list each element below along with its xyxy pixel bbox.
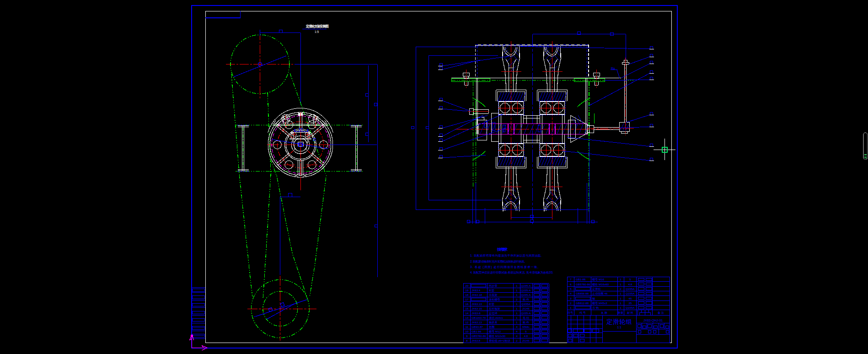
svg-text:4: 4 bbox=[516, 330, 518, 333]
svg-text:定位环: 定位环 bbox=[489, 311, 498, 315]
svg-text:1: 1 bbox=[516, 284, 518, 287]
svg-text:1: 1 bbox=[516, 289, 518, 292]
svg-text:名 称: 名 称 bbox=[601, 311, 608, 315]
svg-text:4: 4 bbox=[516, 325, 518, 328]
svg-text:4. 装配完毕后应进行空载试验.各部运转灵活, 无卡滞现象为: 4. 装配完毕后应进行空载试验.各部运转灵活, 无卡滞现象为合格2/3. bbox=[470, 271, 553, 274]
svg-text:轴: 轴 bbox=[592, 297, 595, 300]
svg-text:9: 9 bbox=[466, 334, 468, 338]
svg-text:Q235A: Q235A bbox=[626, 292, 635, 295]
svg-text:1: 1 bbox=[620, 297, 622, 300]
svg-text:GB93-87: GB93-87 bbox=[472, 325, 483, 328]
svg-text:8: 8 bbox=[466, 339, 468, 342]
svg-text:3: 3 bbox=[570, 297, 572, 300]
svg-text:2: 2 bbox=[570, 301, 572, 305]
svg-text:45: 45 bbox=[629, 297, 632, 300]
svg-text:序号: 序号 bbox=[568, 311, 573, 314]
svg-text:Q235-A: Q235-A bbox=[521, 289, 531, 292]
svg-text:Q235A: Q235A bbox=[521, 302, 530, 306]
svg-text:1: 1 bbox=[516, 321, 518, 324]
svg-text:12: 12 bbox=[466, 321, 469, 324]
svg-text:螺母 M16: 螺母 M16 bbox=[592, 278, 605, 281]
svg-text:5: 5 bbox=[629, 278, 631, 281]
svg-text:衬套: 衬套 bbox=[489, 289, 494, 292]
svg-text:螺母 M45x3: 螺母 M45x3 bbox=[592, 301, 607, 305]
svg-text:Q235A: Q235A bbox=[626, 287, 635, 290]
svg-text:GB812-88: GB812-88 bbox=[576, 301, 589, 305]
svg-text:滑轮组 d6=1制动: 滑轮组 d6=1制动 bbox=[489, 339, 510, 343]
svg-text:Q235-A: Q235-A bbox=[521, 311, 531, 315]
svg-text:油粘螺母: 油粘螺母 bbox=[489, 298, 500, 301]
svg-text:16: 16 bbox=[466, 302, 469, 306]
svg-text:螺栓 M16x60: 螺栓 M16x60 bbox=[592, 283, 609, 286]
svg-text:技术要求: 技术要求 bbox=[497, 247, 508, 252]
svg-text:11: 11 bbox=[466, 325, 469, 328]
svg-text:ZG45: ZG45 bbox=[522, 339, 530, 342]
svg-text:4: 4 bbox=[570, 292, 572, 295]
svg-text:JX63-QHJ-01: JX63-QHJ-01 bbox=[643, 319, 663, 322]
svg-text:10: 10 bbox=[466, 330, 469, 333]
svg-text:1: 1 bbox=[620, 306, 622, 309]
svg-text:17: 17 bbox=[466, 298, 469, 301]
svg-text:油毡 d10x1: 油毡 d10x1 bbox=[489, 316, 504, 320]
svg-text:3. 各处 (潤滑) 处行间隙须符合图纸要求一致,: 3. 各处 (潤滑) 处行间隙须符合图纸要求一致, bbox=[470, 265, 538, 269]
svg-text:65Mn: 65Mn bbox=[522, 325, 530, 328]
svg-text:垫圈: 垫圈 bbox=[489, 325, 494, 329]
svg-text:JX63.13: JX63.13 bbox=[472, 321, 482, 324]
svg-text:JX63.4: JX63.4 bbox=[472, 289, 481, 292]
svg-text:备 注: 备 注 bbox=[658, 311, 664, 315]
svg-text:数量: 数量 bbox=[618, 311, 623, 314]
svg-text:Q235A: Q235A bbox=[626, 306, 635, 309]
svg-text:吊装架: 吊装架 bbox=[489, 293, 498, 296]
svg-text:Q235-A: Q235-A bbox=[521, 293, 531, 296]
svg-text:材 料: 材 料 bbox=[627, 311, 633, 315]
svg-text:1:1: 1:1 bbox=[617, 326, 622, 329]
svg-text:2: 2 bbox=[516, 339, 518, 342]
svg-text:吊 钩: 吊 钩 bbox=[592, 306, 599, 309]
svg-text:毛 毡: 毛 毡 bbox=[523, 316, 530, 319]
svg-text:JX63-15: JX63-15 bbox=[472, 307, 482, 310]
svg-text:2: 2 bbox=[620, 287, 622, 290]
svg-text:1: 1 bbox=[620, 278, 622, 281]
svg-text:2. 装配滚动轴承时允许采用机油加热进行热装,: 2. 装配滚动轴承时允许采用机油加热进行热装, bbox=[470, 260, 525, 263]
svg-text:4.8: 4.8 bbox=[628, 283, 632, 286]
svg-text:轴承座: 轴承座 bbox=[489, 321, 498, 324]
svg-text:左衬板架: 左衬板架 bbox=[489, 307, 500, 311]
svg-text:衬套: 衬套 bbox=[489, 302, 494, 306]
svg-text:定滑轮支架安装图: 定滑轮支架安装图 bbox=[305, 24, 329, 28]
svg-text:GB1-86: GB1-86 bbox=[472, 330, 482, 333]
svg-text:Ra: Ra bbox=[611, 67, 615, 70]
svg-text:18: 18 bbox=[466, 293, 469, 296]
svg-text:1: 1 bbox=[570, 306, 572, 309]
svg-text:螺栓 M12x30: 螺栓 M12x30 bbox=[489, 334, 506, 338]
svg-text:JX63-18: JX63-18 bbox=[472, 293, 482, 296]
svg-text:同步带: 同步带 bbox=[489, 284, 498, 287]
svg-text:定滑轮组: 定滑轮组 bbox=[606, 318, 632, 325]
svg-text:14: 14 bbox=[466, 311, 469, 315]
svg-text:6: 6 bbox=[570, 283, 572, 286]
svg-text:5: 5 bbox=[525, 330, 527, 333]
svg-text:GB856-88: GB856-88 bbox=[576, 292, 589, 295]
svg-text:20: 20 bbox=[466, 284, 469, 287]
svg-text:13: 13 bbox=[466, 316, 469, 319]
svg-text:1: 1 bbox=[516, 307, 518, 310]
svg-text:4.8: 4.8 bbox=[524, 334, 528, 338]
svg-text:GB5780-86: GB5780-86 bbox=[472, 334, 486, 338]
svg-text:7: 7 bbox=[570, 278, 572, 281]
svg-text:1: 1 bbox=[620, 292, 622, 295]
svg-text:1: 1 bbox=[620, 283, 622, 286]
svg-text:1: 1 bbox=[516, 311, 518, 315]
svg-text:JX63.13: JX63.13 bbox=[472, 302, 482, 306]
svg-text:5: 5 bbox=[570, 287, 572, 290]
svg-text:1: 1 bbox=[516, 293, 518, 296]
svg-text:Q235-A: Q235-A bbox=[521, 284, 531, 287]
svg-text:GB5780-86: GB5780-86 bbox=[576, 283, 590, 286]
svg-text:ZG45: ZG45 bbox=[522, 307, 530, 310]
svg-text:4: 4 bbox=[516, 334, 518, 338]
svg-text:定滑轮: 定滑轮 bbox=[592, 287, 601, 291]
svg-text:1: 1 bbox=[620, 301, 622, 305]
svg-text:JX63.8: JX63.8 bbox=[472, 339, 481, 342]
svg-text:1. 装配前所有零件均需清洗干净并涂以适当润滑油脂,: 1. 装配前所有零件均需清洗干净并涂以适当润滑油脂, bbox=[470, 254, 541, 257]
svg-text:35: 35 bbox=[629, 301, 632, 305]
svg-text:购 件: 购 件 bbox=[523, 298, 530, 301]
svg-text:2: 2 bbox=[516, 298, 518, 301]
